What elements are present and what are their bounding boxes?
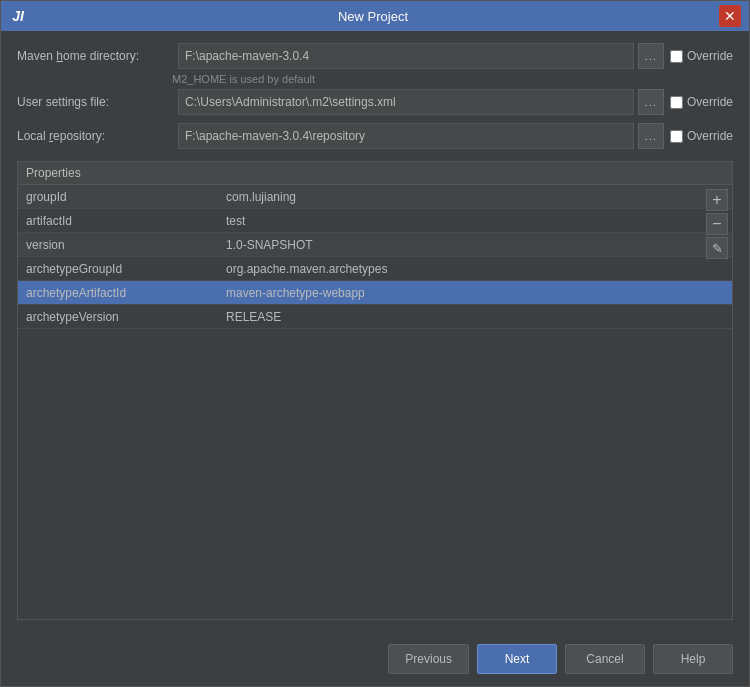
cancel-button[interactable]: Cancel (565, 644, 645, 674)
table-row[interactable]: groupId com.lujianing (18, 185, 732, 209)
prop-key: archetypeGroupId (18, 259, 218, 279)
title-bar-left: JI (9, 7, 27, 25)
previous-button[interactable]: Previous (388, 644, 469, 674)
next-button[interactable]: Next (477, 644, 557, 674)
close-button[interactable]: ✕ (719, 5, 741, 27)
remove-property-button[interactable]: − (706, 213, 728, 235)
maven-home-input[interactable] (178, 43, 634, 69)
prop-key: version (18, 235, 218, 255)
prop-value: 1.0-SNAPSHOT (218, 235, 732, 255)
user-settings-browse-button[interactable]: ... (638, 89, 664, 115)
local-repo-override-wrapper: Override (670, 129, 733, 143)
maven-home-browse-button[interactable]: ... (638, 43, 664, 69)
dialog-footer: Previous Next Cancel Help (1, 632, 749, 686)
prop-value: RELEASE (218, 307, 732, 327)
prop-value: maven-archetype-webapp (218, 283, 732, 303)
prop-key: groupId (18, 187, 218, 207)
local-repo-label: Local repository: (17, 129, 172, 143)
user-settings-input[interactable] (178, 89, 634, 115)
user-settings-input-wrapper: ... (178, 89, 664, 115)
prop-key: archetypeArtifactId (18, 283, 218, 303)
local-repo-browse-button[interactable]: ... (638, 123, 664, 149)
local-repo-override-label: Override (687, 129, 733, 143)
table-row[interactable]: archetypeVersion RELEASE (18, 305, 732, 329)
maven-home-hint: M2_HOME is used by default (172, 73, 733, 85)
maven-home-label: Maven home directory: (17, 49, 172, 63)
table-row[interactable]: archetypeGroupId org.apache.maven.archet… (18, 257, 732, 281)
properties-section: Properties groupId com.lujianing artifac… (17, 161, 733, 620)
local-repo-row: Local repository: ... Override (17, 123, 733, 149)
dialog-content: Maven home directory: ... Override M2_HO… (1, 31, 749, 632)
table-row[interactable]: archetypeArtifactId maven-archetype-weba… (18, 281, 732, 305)
maven-home-override-checkbox[interactable] (670, 50, 683, 63)
add-property-button[interactable]: + (706, 189, 728, 211)
maven-home-row: Maven home directory: ... Override (17, 43, 733, 69)
user-settings-row: User settings file: ... Override (17, 89, 733, 115)
edit-property-button[interactable]: ✎ (706, 237, 728, 259)
app-logo: JI (12, 8, 24, 24)
user-settings-label: User settings file: (17, 95, 172, 109)
table-row[interactable]: artifactId test (18, 209, 732, 233)
property-actions: + − ✎ (702, 185, 732, 263)
user-settings-override-checkbox[interactable] (670, 96, 683, 109)
maven-home-override-label: Override (687, 49, 733, 63)
properties-table: groupId com.lujianing artifactId test ve… (18, 185, 732, 619)
user-settings-override-wrapper: Override (670, 95, 733, 109)
local-repo-input[interactable] (178, 123, 634, 149)
prop-key: artifactId (18, 211, 218, 231)
help-button[interactable]: Help (653, 644, 733, 674)
maven-home-input-wrapper: ... (178, 43, 664, 69)
new-project-dialog: JI New Project ✕ Maven home directory: .… (0, 0, 750, 687)
app-icon: JI (9, 7, 27, 25)
dialog-title: New Project (27, 9, 719, 24)
prop-value: com.lujianing (218, 187, 732, 207)
user-settings-override-label: Override (687, 95, 733, 109)
table-row[interactable]: version 1.0-SNAPSHOT (18, 233, 732, 257)
title-bar: JI New Project ✕ (1, 1, 749, 31)
properties-header: Properties (18, 162, 732, 185)
prop-value: org.apache.maven.archetypes (218, 259, 732, 279)
prop-value: test (218, 211, 732, 231)
prop-key: archetypeVersion (18, 307, 218, 327)
maven-home-override-wrapper: Override (670, 49, 733, 63)
local-repo-override-checkbox[interactable] (670, 130, 683, 143)
local-repo-input-wrapper: ... (178, 123, 664, 149)
